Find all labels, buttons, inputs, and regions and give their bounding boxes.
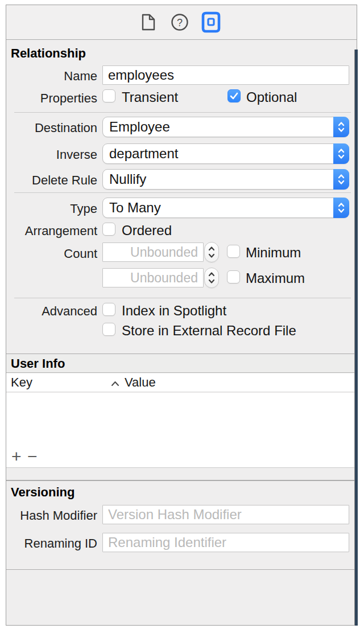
count-label: Count — [64, 246, 97, 261]
advanced-label: Advanced — [42, 304, 97, 319]
delete-rule-label: Delete Rule — [32, 173, 97, 188]
renaming-id-label: Renaming ID — [24, 536, 97, 551]
hash-modifier-label: Hash Modifier — [20, 508, 97, 523]
external-record-label: Store in External Record File — [122, 323, 296, 339]
type-label: Type — [70, 202, 97, 216]
minimum-label: Minimum — [246, 245, 301, 261]
section-divider — [6, 480, 357, 481]
inspector-tab-bar: ? — [6, 5, 357, 40]
editor-edge-strip — [354, 50, 358, 626]
stepper-chevrons-icon — [207, 270, 216, 285]
ordered-label: Ordered — [122, 223, 172, 239]
user-info-table-body[interactable] — [6, 393, 357, 468]
popup-chevrons-icon — [333, 169, 349, 190]
tab-data-model-inspector[interactable] — [200, 12, 222, 35]
destination-value: Employee — [103, 119, 333, 135]
stepper-chevrons-icon — [207, 245, 216, 260]
index-in-spotlight-label: Index in Spotlight — [122, 303, 226, 319]
hash-modifier-input[interactable] — [102, 505, 349, 524]
optional-label: Optional — [246, 89, 297, 105]
inverse-value: department — [103, 146, 333, 162]
value-column-header[interactable]: Value — [125, 375, 156, 390]
transient-checkbox[interactable] — [102, 89, 115, 102]
delete-rule-popup[interactable]: Nullify — [102, 169, 349, 190]
index-in-spotlight-checkbox[interactable] — [102, 303, 115, 316]
group-divider — [14, 192, 351, 193]
name-label: Name — [64, 69, 97, 84]
remove-user-info-button[interactable]: − — [27, 448, 42, 465]
maximum-checkbox[interactable] — [227, 270, 240, 283]
relationship-section-title: Relationship — [11, 46, 86, 61]
minimum-checkbox[interactable] — [227, 245, 240, 258]
destination-popup[interactable]: Employee — [102, 117, 349, 137]
type-value: To Many — [103, 200, 333, 216]
count-minimum-stepper[interactable] — [204, 242, 219, 262]
count-maximum-stepper[interactable] — [204, 268, 219, 288]
arrangement-label: Arrangement — [25, 224, 97, 239]
external-record-checkbox[interactable] — [102, 323, 115, 336]
user-info-section-header: User Info — [6, 354, 357, 373]
inverse-label: Inverse — [56, 147, 97, 162]
transient-label: Transient — [122, 89, 178, 105]
ordered-checkbox[interactable] — [102, 223, 115, 236]
file-icon — [141, 14, 156, 33]
sort-ascending-icon — [111, 379, 119, 389]
key-column-header[interactable]: Key — [11, 375, 32, 390]
add-user-info-button[interactable]: + — [11, 448, 26, 465]
popup-chevrons-icon — [333, 143, 349, 164]
popup-chevrons-icon — [333, 117, 349, 137]
optional-checkbox[interactable] — [228, 89, 241, 102]
type-popup[interactable]: To Many — [102, 198, 349, 218]
maximum-label: Maximum — [246, 270, 305, 286]
renaming-id-input[interactable] — [102, 533, 349, 552]
group-divider — [14, 298, 351, 298]
user-info-table-header: Key Value — [6, 373, 357, 392]
user-info-title: User Info — [11, 356, 357, 371]
checkmark-icon — [230, 92, 238, 100]
destination-label: Destination — [35, 121, 97, 135]
data-model-inspector-panel: ? Relationship Name Properties Transient… — [6, 5, 357, 626]
count-maximum-input[interactable] — [102, 268, 204, 287]
versioning-section-title: Versioning — [11, 485, 75, 500]
question-icon: ? — [171, 13, 189, 34]
data-model-icon — [201, 11, 221, 35]
name-input[interactable] — [102, 65, 349, 85]
popup-chevrons-icon — [333, 198, 349, 218]
properties-label: Properties — [40, 91, 97, 106]
svg-text:?: ? — [177, 17, 183, 28]
tab-quick-help[interactable]: ? — [168, 12, 191, 35]
group-divider — [14, 112, 351, 113]
delete-rule-value: Nullify — [103, 171, 333, 187]
count-minimum-input[interactable] — [102, 242, 204, 262]
bottom-divider — [6, 569, 357, 570]
inverse-popup[interactable]: department — [102, 143, 349, 164]
tab-file-inspector[interactable] — [137, 12, 160, 35]
